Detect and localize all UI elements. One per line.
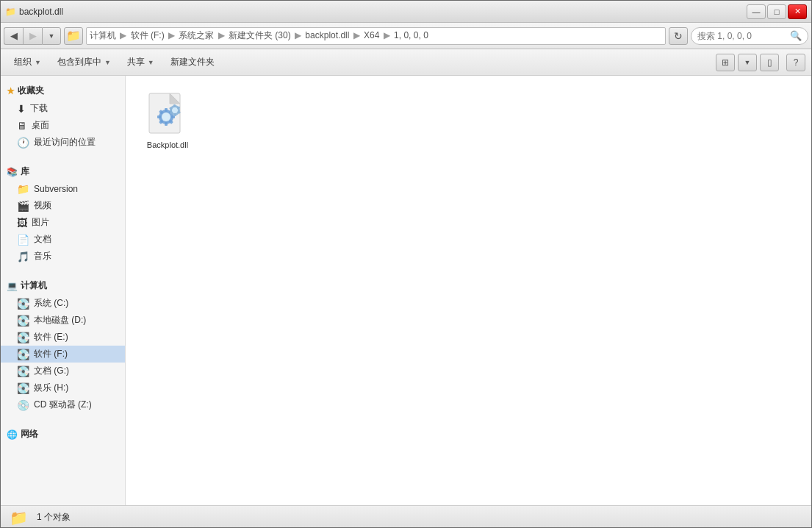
computer-icon: 💻 — [7, 281, 18, 291]
toolbar-right: ⊞ ▼ ▯ ? — [716, 54, 805, 71]
help-button[interactable]: ? — [786, 54, 805, 71]
sidebar-item-f[interactable]: 💽 软件 (F:) — [1, 346, 125, 363]
up-button[interactable]: 📁 — [64, 27, 83, 45]
share-label: 共享 — [127, 56, 145, 68]
drive-z-label: CD 驱动器 (Z:) — [34, 399, 92, 411]
preview-pane-button[interactable]: ▯ — [760, 54, 779, 71]
drive-f-label: 软件 (F:) — [34, 348, 68, 360]
drive-g-icon: 💽 — [17, 365, 29, 377]
status-bar: 📁 1 个对象 — [1, 505, 811, 528]
drive-d-icon: 💽 — [17, 315, 29, 327]
refresh-button[interactable]: ↻ — [669, 27, 688, 45]
dropdown-button[interactable]: ▼ — [42, 27, 61, 45]
documents-icon: 📄 — [17, 234, 29, 246]
organize-dropdown-icon: ▼ — [35, 59, 41, 66]
svg-rect-9 — [165, 122, 168, 126]
sidebar-section-library: 📚 库 📁 Subversion 🎬 视频 🖼 图片 📄 文档 🎵 音乐 — [1, 163, 125, 265]
sidebar-item-desktop[interactable]: 🖥 桌面 — [1, 117, 125, 134]
sidebar-item-d[interactable]: 💽 本地磁盘 (D:) — [1, 312, 125, 329]
download-label: 下载 — [30, 102, 48, 115]
recent-label: 最近访问的位置 — [34, 136, 96, 149]
back-button[interactable]: ◀ — [4, 27, 23, 45]
sidebar-section-favorites: ★ 收藏夹 ⬇ 下载 🖥 桌面 🕐 最近访问的位置 — [1, 82, 125, 151]
view-dropdown-button[interactable]: ▼ — [738, 54, 757, 71]
video-label: 视频 — [34, 199, 51, 212]
window-icon: 📁 — [5, 7, 16, 17]
new-folder-label: 新建文件夹 — [170, 56, 215, 68]
library-label: 库 — [21, 165, 29, 178]
svg-point-4 — [162, 113, 170, 121]
minimize-button[interactable]: — — [747, 4, 766, 19]
desktop-label: 桌面 — [32, 119, 49, 132]
network-label: 网络 — [21, 428, 38, 440]
search-input[interactable] — [697, 31, 787, 41]
search-box[interactable]: 🔍 — [691, 27, 808, 45]
include-library-button[interactable]: 包含到库中 ▼ — [50, 52, 118, 73]
sidebar-item-subversion[interactable]: 📁 Subversion — [1, 181, 125, 197]
file-item-backplot[interactable]: Backplot.dll — [134, 85, 201, 155]
library-dropdown-icon: ▼ — [104, 59, 111, 66]
window-title: backplot.dll — [19, 7, 63, 17]
share-button[interactable]: 共享 ▼ — [120, 52, 162, 73]
desktop-icon: 🖥 — [17, 120, 27, 132]
network-icon: 🌐 — [7, 429, 18, 440]
svg-rect-15 — [173, 104, 176, 107]
sidebar-item-e[interactable]: 💽 软件 (E:) — [1, 329, 125, 346]
sidebar-item-pictures[interactable]: 🖼 图片 — [1, 214, 125, 231]
drive-d-label: 本地磁盘 (D:) — [34, 314, 86, 327]
subversion-icon: 📁 — [17, 183, 29, 195]
path-text: 计算机 ▶ 软件 (F:) ▶ 系统之家 ▶ 新建文件夹 (30) ▶ back… — [90, 29, 428, 42]
video-icon: 🎬 — [17, 200, 29, 212]
content-area[interactable]: Backplot.dll — [126, 76, 811, 505]
drive-c-label: 系统 (C:) — [34, 297, 68, 310]
sidebar: ★ 收藏夹 ⬇ 下载 🖥 桌面 🕐 最近访问的位置 📚 库 — [1, 76, 126, 505]
include-library-label: 包含到库中 — [57, 56, 101, 68]
svg-rect-11 — [157, 115, 161, 118]
drive-h-icon: 💽 — [17, 382, 29, 394]
music-label: 音乐 — [34, 250, 51, 263]
organize-label: 组织 — [14, 56, 32, 68]
sidebar-item-c[interactable]: 💽 系统 (C:) — [1, 295, 125, 312]
pictures-icon: 🖼 — [17, 217, 27, 229]
forward-button[interactable]: ▶ — [23, 27, 42, 45]
sidebar-item-video[interactable]: 🎬 视频 — [1, 197, 125, 214]
sidebar-item-download[interactable]: ⬇ 下载 — [1, 100, 125, 117]
close-button[interactable]: ✕ — [788, 4, 807, 19]
main-layout: ★ 收藏夹 ⬇ 下载 🖥 桌面 🕐 最近访问的位置 📚 库 — [1, 76, 811, 505]
sidebar-item-recent[interactable]: 🕐 最近访问的位置 — [1, 134, 125, 151]
status-folder-icon: 📁 — [10, 509, 28, 527]
new-folder-button[interactable]: 新建文件夹 — [163, 52, 222, 73]
organize-button[interactable]: 组织 ▼ — [7, 52, 48, 73]
documents-label: 文档 — [34, 233, 51, 246]
maximize-button[interactable]: □ — [767, 4, 786, 19]
svg-rect-5 — [165, 108, 168, 112]
drive-e-icon: 💽 — [17, 332, 29, 343]
sidebar-item-h[interactable]: 💽 娱乐 (H:) — [1, 379, 125, 396]
toolbar: 组织 ▼ 包含到库中 ▼ 共享 ▼ 新建文件夹 ⊞ ▼ ▯ ? — [1, 49, 811, 76]
svg-rect-18 — [174, 113, 176, 116]
nav-buttons: ◀ ▶ ▼ — [4, 27, 61, 45]
sidebar-item-z[interactable]: 💿 CD 驱动器 (Z:) — [1, 396, 125, 413]
music-icon: 🎵 — [17, 251, 29, 263]
view-toggle-button[interactable]: ⊞ — [716, 54, 735, 71]
search-icon[interactable]: 🔍 — [790, 30, 802, 41]
file-icon-dll — [144, 90, 191, 138]
drive-h-label: 娱乐 (H:) — [34, 382, 68, 394]
computer-label: 计算机 — [21, 279, 47, 292]
subversion-label: Subversion — [34, 184, 78, 194]
svg-point-14 — [172, 107, 178, 113]
recent-icon: 🕐 — [17, 137, 29, 149]
sidebar-item-documents[interactable]: 📄 文档 — [1, 231, 125, 248]
file-name: Backplot.dll — [147, 140, 188, 149]
sidebar-section-computer: 💻 计算机 💽 系统 (C:) 💽 本地磁盘 (D:) 💽 软件 (E:) 💽 … — [1, 277, 125, 413]
library-icon: 📚 — [7, 167, 18, 177]
favorites-label: 收藏夹 — [18, 85, 44, 97]
sidebar-item-g[interactable]: 💽 文档 (G:) — [1, 363, 125, 379]
favorites-header: ★ 收藏夹 — [1, 82, 125, 100]
computer-header: 💻 计算机 — [1, 277, 125, 295]
library-header: 📚 库 — [1, 163, 125, 181]
drive-c-icon: 💽 — [17, 298, 29, 310]
sidebar-item-music[interactable]: 🎵 音乐 — [1, 248, 125, 265]
pictures-label: 图片 — [32, 216, 49, 229]
address-path[interactable]: 计算机 ▶ 软件 (F:) ▶ 系统之家 ▶ 新建文件夹 (30) ▶ back… — [86, 27, 666, 45]
